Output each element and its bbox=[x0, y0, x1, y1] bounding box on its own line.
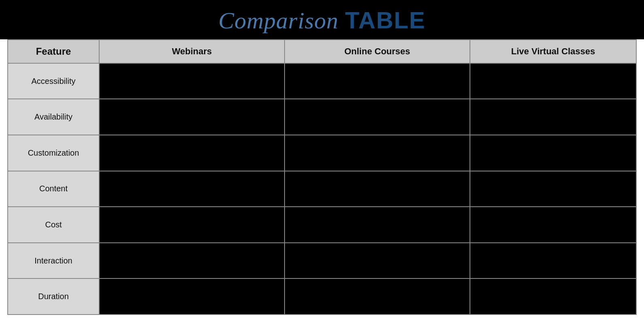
table-row: Customization bbox=[8, 135, 636, 171]
online-cell bbox=[285, 63, 470, 99]
webinar-cell bbox=[99, 243, 285, 279]
live-cell bbox=[470, 99, 636, 135]
title-italic-part: Comparison bbox=[219, 7, 339, 34]
table-row: Content bbox=[8, 171, 636, 207]
live-cell bbox=[470, 135, 636, 171]
online-cell bbox=[285, 207, 470, 243]
webinar-cell bbox=[99, 207, 285, 243]
online-cell bbox=[285, 243, 470, 279]
webinar-cell bbox=[99, 171, 285, 207]
page-title: Comparison TABLE bbox=[0, 7, 644, 34]
online-cell bbox=[285, 99, 470, 135]
live-cell bbox=[470, 207, 636, 243]
table-row: Interaction bbox=[8, 243, 636, 279]
webinar-cell bbox=[99, 99, 285, 135]
feature-cell: Content bbox=[8, 171, 99, 207]
feature-cell: Duration bbox=[8, 278, 99, 315]
webinar-cell bbox=[99, 135, 285, 171]
header-feature: Feature bbox=[8, 40, 99, 63]
header-webinars: Webinars bbox=[99, 40, 285, 63]
table-row: Accessibility bbox=[8, 63, 636, 99]
header-online-courses: Online Courses bbox=[285, 40, 470, 63]
feature-cell: Interaction bbox=[8, 243, 99, 279]
online-cell bbox=[285, 171, 470, 207]
online-cell bbox=[285, 278, 470, 315]
webinar-cell bbox=[99, 278, 285, 315]
live-cell bbox=[470, 243, 636, 279]
live-cell bbox=[470, 278, 636, 315]
comparison-table: Feature Webinars Online Courses Live Vir… bbox=[7, 39, 637, 315]
live-cell bbox=[470, 63, 636, 99]
feature-cell: Customization bbox=[8, 135, 99, 171]
title-area: Comparison TABLE bbox=[0, 0, 644, 39]
feature-cell: Accessibility bbox=[8, 63, 99, 99]
table-row: Duration bbox=[8, 278, 636, 315]
page-container: Comparison TABLE Feature Webinars Online… bbox=[0, 0, 644, 319]
online-cell bbox=[285, 135, 470, 171]
header-live-virtual: Live Virtual Classes bbox=[470, 40, 636, 63]
title-bold-part: TABLE bbox=[345, 7, 425, 33]
table-header-row: Feature Webinars Online Courses Live Vir… bbox=[8, 40, 636, 63]
feature-cell: Cost bbox=[8, 207, 99, 243]
table-row: Availability bbox=[8, 99, 636, 135]
table-row: Cost bbox=[8, 207, 636, 243]
webinar-cell bbox=[99, 63, 285, 99]
table-wrapper: Feature Webinars Online Courses Live Vir… bbox=[0, 39, 644, 319]
feature-cell: Availability bbox=[8, 99, 99, 135]
live-cell bbox=[470, 171, 636, 207]
